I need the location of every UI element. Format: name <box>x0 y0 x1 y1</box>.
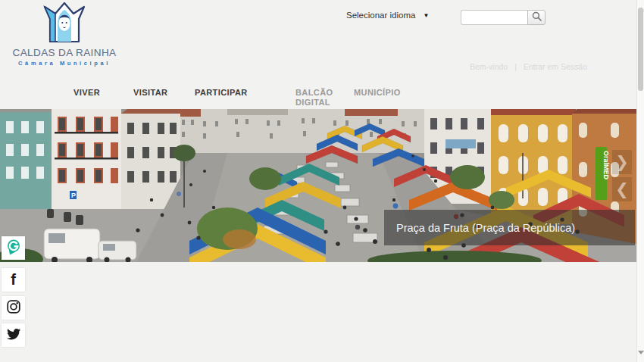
login-link[interactable]: Entrar em Sessão <box>524 62 587 71</box>
nav-item-participar[interactable]: PARTICIPAR <box>195 88 248 98</box>
carousel-prev-button[interactable]: ❮ <box>612 177 632 201</box>
chevron-left-icon: ❮ <box>615 180 629 198</box>
session-separator: | <box>514 62 517 71</box>
site-title: CALDAS DA RAINHA <box>13 47 117 58</box>
instagram-icon <box>5 298 22 318</box>
chevron-right-icon: ❯ <box>615 153 629 171</box>
g-pin-app-button[interactable] <box>2 236 25 260</box>
language-selector-label: Selecionar idioma <box>346 11 415 20</box>
search-input[interactable] <box>461 10 527 25</box>
instagram-button[interactable] <box>2 296 25 320</box>
carousel-next-button[interactable]: ❯ <box>612 150 632 174</box>
caret-down-icon: ▼ <box>423 12 429 19</box>
svg-text:P: P <box>71 192 76 199</box>
twitter-icon <box>5 326 22 345</box>
facebook-button[interactable]: f <box>2 268 25 292</box>
nav-item-viver[interactable]: VIVER <box>73 88 100 98</box>
scrollbar-thumb[interactable] <box>638 8 643 91</box>
site-subtitle: Câmara Municipal <box>18 60 111 67</box>
crown-logo-icon <box>42 2 86 46</box>
scrollbar-down-arrow[interactable] <box>638 351 644 360</box>
g-pin-icon <box>5 238 23 259</box>
session-links: Bem-vindo | Entrar em Sessão <box>470 62 587 71</box>
language-selector[interactable]: Selecionar idioma ▼ <box>346 11 429 20</box>
hero-caption: Praça da Fruta (Praça da República) <box>384 210 635 245</box>
facebook-icon: f <box>11 272 16 287</box>
nav-item-municipio[interactable]: MUNICÍPIO <box>354 88 401 98</box>
search-button[interactable] <box>527 10 546 25</box>
nav-item-balcao-digital[interactable]: BALCÃO DIGITAL <box>295 88 342 108</box>
search-bar <box>461 10 546 25</box>
hero-caption-text: Praça da Fruta (Praça da República) <box>396 222 575 234</box>
twitter-button[interactable] <box>2 323 25 347</box>
site-logo[interactable]: CALDAS DA RAINHA Câmara Municipal <box>14 2 115 64</box>
welcome-text: Bem-vindo <box>470 62 508 71</box>
photo-sign-oralmed: OralMED <box>602 151 610 180</box>
hero-carousel: OralMED <box>0 109 636 262</box>
search-icon <box>532 11 542 23</box>
browser-scrollbar[interactable] <box>636 0 644 362</box>
nav-item-visitar[interactable]: VISITAR <box>133 88 167 98</box>
